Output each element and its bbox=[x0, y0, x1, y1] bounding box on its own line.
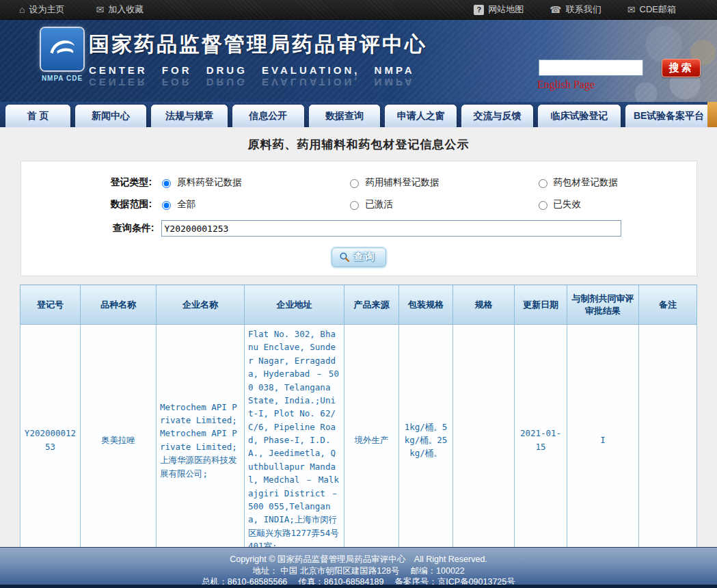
query-button-row: 查询 bbox=[21, 248, 696, 267]
radio-activated[interactable] bbox=[350, 201, 359, 210]
radio-option-packaging-data[interactable]: 药包材登记数据 bbox=[535, 176, 696, 189]
query-condition-input[interactable] bbox=[161, 220, 621, 237]
home-icon: ⌂ bbox=[19, 5, 25, 14]
scope-label: 数据范围: bbox=[21, 198, 152, 211]
col-header-update-date: 更新日期 bbox=[515, 285, 567, 325]
site-search-input[interactable] bbox=[539, 59, 643, 76]
site-header: NMPA CDE 国家药品监督管理局药品审评中心 CENTER FOR DRUG… bbox=[0, 20, 717, 102]
set-home-link[interactable]: ⌂ 设为主页 bbox=[19, 3, 64, 16]
cell-joint-review-result: I bbox=[567, 325, 639, 556]
col-header-company-name: 企业名称 bbox=[157, 285, 245, 325]
query-condition-row: 查询条件: bbox=[21, 220, 696, 237]
footer-address: 地址： 中国 北京市朝阳区建国路128号 邮编：100022 bbox=[0, 565, 717, 577]
main-content: 原料药、药用辅料和药包材登记信息公示 登记类型: 原料药登记数据 药用辅料登记数… bbox=[0, 127, 717, 548]
envelope-icon: ✉ bbox=[96, 5, 104, 14]
tab-clinical-trial-registration[interactable]: 临床试验登记 bbox=[538, 105, 621, 127]
logo-caption: NMPA CDE bbox=[38, 75, 87, 82]
page-title: 原料药、药用辅料和药包材登记信息公示 bbox=[0, 137, 717, 152]
col-header-joint-review-result: 与制剂共同审评审批结果 bbox=[567, 285, 639, 325]
add-favorite-label: 加入收藏 bbox=[108, 3, 144, 16]
radio-expired[interactable] bbox=[539, 201, 547, 210]
radio-all[interactable] bbox=[162, 201, 171, 210]
question-icon: ? bbox=[474, 5, 484, 15]
magnifier-icon bbox=[339, 252, 350, 263]
radio-api-data[interactable] bbox=[162, 179, 171, 188]
cell-package-spec: 1kg/桶。5kg/桶。25kg/桶。 bbox=[399, 325, 453, 556]
tab-communication-feedback[interactable]: 交流与反馈 bbox=[461, 105, 533, 127]
query-button[interactable]: 查询 bbox=[332, 248, 386, 267]
radio-packaging-data-label: 药包材登记数据 bbox=[554, 176, 619, 189]
topbar-right-links: ? 网站地图 ☎ 联系我们 ✉ CDE邮箱 bbox=[474, 3, 676, 16]
radio-excipient-data[interactable] bbox=[350, 179, 359, 188]
radio-excipient-data-label: 药用辅料登记数据 bbox=[365, 176, 439, 189]
site-subtitle-en: CENTER FOR DRUG EVALUATION, NMPA bbox=[89, 64, 427, 76]
col-header-spec: 规格 bbox=[453, 285, 515, 325]
radio-api-data-label: 原料药登记数据 bbox=[177, 176, 242, 189]
table-header-row: 登记号 品种名称 企业名称 企业地址 产品来源 包装规格 规格 更新日期 与制剂… bbox=[21, 285, 697, 325]
col-header-package-spec: 包装规格 bbox=[399, 285, 453, 325]
tab-home[interactable]: 首 页 bbox=[5, 105, 70, 127]
site-search-button[interactable]: 搜索 bbox=[662, 59, 701, 77]
contact-link[interactable]: ☎ 联系我们 bbox=[550, 3, 601, 16]
sitemap-link[interactable]: ? 网站地图 bbox=[474, 3, 524, 16]
cell-company-address: Flat No. 302, Bhanu Enclave, Sunder Naga… bbox=[245, 325, 344, 556]
scope-row: 数据范围: 全部 已激活 已失效 bbox=[21, 198, 696, 211]
cde-mail-link[interactable]: ✉ CDE邮箱 bbox=[627, 3, 676, 16]
top-utility-bar: ⌂ 设为主页 ✉ 加入收藏 ? 网站地图 ☎ 联系我们 ✉ CDE邮箱 bbox=[0, 0, 717, 20]
col-header-product-source: 产品来源 bbox=[344, 285, 399, 325]
radio-option-api-data[interactable]: 原料药登记数据 bbox=[159, 176, 347, 189]
sitemap-label: 网站地图 bbox=[488, 3, 524, 16]
query-form: 登记类型: 原料药登记数据 药用辅料登记数据 药包材登记数据 数据范围: 全部 bbox=[21, 161, 697, 276]
tab-laws-regulations[interactable]: 法规与规章 bbox=[151, 105, 228, 127]
tab-info-disclosure[interactable]: 信息公开 bbox=[232, 105, 304, 127]
mail-icon: ✉ bbox=[627, 5, 636, 14]
radio-all-label: 全部 bbox=[177, 198, 195, 211]
cell-company-name: Metrochem API Private Limited;Metrochem … bbox=[157, 325, 245, 556]
radio-option-activated[interactable]: 已激活 bbox=[347, 198, 535, 211]
query-button-label: 查询 bbox=[354, 251, 376, 263]
tab-news-center[interactable]: 新闻中心 bbox=[75, 105, 147, 127]
phone-icon: ☎ bbox=[550, 5, 561, 14]
col-header-remark: 备注 bbox=[639, 285, 697, 325]
cell-reg-no: Y20200001253 bbox=[21, 325, 81, 556]
col-header-reg-no: 登记号 bbox=[21, 285, 81, 325]
nav-right-decoration bbox=[707, 102, 717, 127]
main-navigation: 首 页 新闻中心 法规与规章 信息公开 数据查询 申请人之窗 交流与反馈 临床试… bbox=[0, 102, 717, 127]
site-title: 国家药品监督管理局药品审评中心 bbox=[89, 31, 427, 59]
radio-expired-label: 已失效 bbox=[554, 198, 582, 211]
site-title-block: 国家药品监督管理局药品审评中心 CENTER FOR DRUG EVALUATI… bbox=[89, 31, 427, 88]
col-header-company-address: 企业地址 bbox=[245, 285, 344, 325]
cell-product-name: 奥美拉唑 bbox=[81, 325, 157, 556]
set-home-label: 设为主页 bbox=[29, 3, 64, 16]
radio-option-excipient-data[interactable]: 药用辅料登记数据 bbox=[347, 176, 535, 189]
footer-contact-icp: 总机：8610-68585566 传真：8610-68584189 备案序号：京… bbox=[0, 576, 717, 588]
site-footer: Copyright © 国家药品监督管理局药品审评中心 All Right Re… bbox=[0, 547, 717, 588]
query-condition-label: 查询条件: bbox=[21, 222, 154, 235]
tab-be-trial-platform[interactable]: BE试验备案平台 bbox=[625, 105, 712, 127]
footer-copyright: Copyright © 国家药品监督管理局药品审评中心 All Right Re… bbox=[0, 554, 717, 565]
col-header-product-name: 品种名称 bbox=[81, 285, 157, 325]
add-favorite-link[interactable]: ✉ 加入收藏 bbox=[96, 3, 144, 16]
tab-applicant-window[interactable]: 申请人之窗 bbox=[385, 105, 457, 127]
cell-spec bbox=[453, 325, 515, 556]
reg-type-label: 登记类型: bbox=[21, 176, 152, 189]
cell-remark bbox=[639, 325, 697, 556]
reg-type-row: 登记类型: 原料药登记数据 药用辅料登记数据 药包材登记数据 bbox=[21, 176, 696, 189]
logo[interactable]: NMPA CDE bbox=[38, 28, 87, 82]
table-row: Y20200001253 奥美拉唑 Metrochem API Private … bbox=[21, 325, 697, 556]
results-table: 登记号 品种名称 企业名称 企业地址 产品来源 包装规格 规格 更新日期 与制剂… bbox=[20, 284, 697, 556]
english-page-link[interactable]: English Page bbox=[537, 79, 595, 91]
cde-mail-label: CDE邮箱 bbox=[640, 3, 676, 16]
radio-option-expired[interactable]: 已失效 bbox=[535, 198, 696, 211]
tab-data-query[interactable]: 数据查询 bbox=[309, 105, 381, 127]
topbar-left-links: ⌂ 设为主页 ✉ 加入收藏 bbox=[19, 3, 144, 16]
site-subtitle-reflection: CENTER FOR DRUG EVALUATION, NMPA bbox=[89, 77, 427, 88]
contact-label: 联系我们 bbox=[566, 3, 601, 16]
nmpa-cde-logo-icon bbox=[41, 28, 83, 70]
cell-product-source: 境外生产 bbox=[344, 325, 399, 556]
radio-activated-label: 已激活 bbox=[365, 198, 393, 211]
cell-update-date: 2021-01-15 bbox=[515, 325, 567, 556]
radio-packaging-data[interactable] bbox=[539, 179, 547, 188]
logo-swoosh-icon bbox=[46, 33, 79, 66]
radio-option-all[interactable]: 全部 bbox=[159, 198, 347, 211]
